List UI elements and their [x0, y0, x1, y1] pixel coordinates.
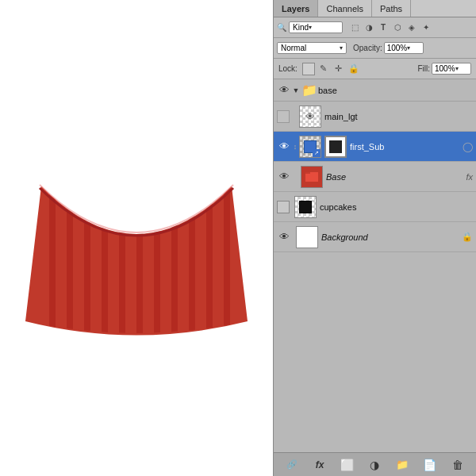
filter-row: 🔍 Kind ▾ ⬚ ◑ T ⬡ ◈ ✦ — [274, 17, 476, 38]
svg-rect-5 — [136, 182, 143, 349]
filter-pixel-icon[interactable]: ⬚ — [348, 21, 361, 34]
mask-inner-first-sub — [329, 140, 342, 153]
expand-arrow-base[interactable]: ▼ — [291, 86, 301, 95]
filter-label: 🔍 — [277, 23, 286, 32]
opacity-group: Opacity: 100% ▾ — [353, 42, 424, 54]
eye-icon-first-sub[interactable]: 👁 — [277, 140, 291, 154]
svg-rect-2 — [84, 182, 90, 349]
lock-icon-background: 🔒 — [462, 232, 473, 243]
svg-rect-7 — [171, 182, 178, 349]
layer-row-first-sub[interactable]: 👁 ↕ ↗ first_Sub ◯ — [274, 132, 476, 162]
fill-label: Fill: — [417, 64, 430, 73]
thumb-main-lgt: 👁 — [299, 106, 321, 128]
link-layers-icon[interactable]: 🔗 — [284, 457, 300, 473]
link-arrow-icon: ↕ — [291, 143, 299, 151]
layer-group-base[interactable]: 👁 ▼ 📁 base — [274, 79, 476, 102]
svg-rect-10 — [224, 182, 230, 349]
smart-obj-badge-icon: ↗ — [313, 149, 321, 157]
layer-name-first-sub: first_Sub — [350, 142, 462, 152]
eye-icon-background[interactable]: 👁 — [277, 230, 291, 244]
canvas-area — [0, 0, 273, 476]
layers-panel: Layers Channels Paths 🔍 Kind ▾ ⬚ ◑ T ⬡ ◈… — [273, 0, 476, 476]
eye-in-thumb-icon: 👁 — [305, 111, 315, 122]
svg-rect-4 — [119, 182, 125, 349]
add-adjustment-icon[interactable]: ◑ — [367, 457, 382, 473]
visibility-checkbox-cupcakes[interactable] — [277, 201, 290, 213]
fill-value-input[interactable]: 100% ▾ — [432, 63, 471, 75]
svg-rect-6 — [154, 182, 160, 349]
opacity-value-input[interactable]: 100% ▾ — [384, 42, 424, 54]
tab-layers[interactable]: Layers — [274, 0, 318, 17]
add-mask-icon[interactable]: ⬜ — [340, 457, 355, 473]
layer-row-main-lgt[interactable]: 👁 main_lgt — [274, 102, 476, 132]
vis-badge-first-sub: ◯ — [462, 141, 473, 152]
tabs-row: Layers Channels Paths — [274, 0, 476, 17]
layer-name-main-lgt: main_lgt — [324, 112, 473, 121]
layer-name-cupcakes: cupcakes — [320, 202, 473, 212]
cupcake-illustration — [17, 103, 255, 373]
lock-icons: ✎ ✛ 🔒 — [302, 63, 360, 75]
blend-row: Normal ▾ Opacity: 100% ▾ — [274, 38, 476, 59]
eye-icon-base[interactable]: 👁 — [277, 83, 291, 98]
delete-layer-icon[interactable]: 🗑 — [450, 457, 466, 473]
eye-icon-base-layer[interactable]: 👁 — [277, 170, 291, 184]
layers-bottom: 🔗 fx ⬜ ◑ 📁 📄 🗑 — [274, 452, 476, 476]
thumb-base-layer — [301, 166, 323, 188]
filter-smart-icon[interactable]: ◈ — [405, 21, 418, 34]
dropdown-arrow-icon: ▾ — [309, 24, 312, 31]
add-fx-icon[interactable]: fx — [312, 457, 328, 473]
folder-icon-base: 📁 — [301, 82, 318, 99]
svg-rect-3 — [102, 182, 108, 349]
fill-arrow-icon: ▾ — [455, 65, 459, 72]
fx-badge: fx — [466, 172, 473, 182]
layer-name-base: base — [318, 86, 473, 95]
filter-icons: ⬚ ◑ T ⬡ ◈ ✦ — [348, 21, 432, 34]
filter-type-icon[interactable]: T — [377, 21, 390, 34]
new-group-icon[interactable]: 📁 — [394, 457, 410, 473]
lock-transparent-checkbox[interactable] — [302, 63, 315, 75]
mask-first-sub — [324, 136, 347, 158]
thumb-background — [296, 226, 318, 248]
thumb-first-sub: ↗ — [299, 136, 321, 158]
filter-adjust-icon[interactable]: ◑ — [363, 21, 375, 34]
layer-name-background: Background — [321, 232, 462, 242]
lock-label: Lock: — [278, 64, 298, 73]
tab-channels[interactable]: Channels — [318, 0, 371, 17]
lock-paint-icon[interactable]: ✎ — [317, 63, 330, 75]
lock-row: Lock: ✎ ✛ 🔒 Fill: 100% ▾ — [274, 59, 476, 79]
layer-row-cupcakes[interactable]: cupcakes — [274, 192, 476, 222]
blend-mode-dropdown[interactable]: Normal ▾ — [277, 42, 347, 54]
opacity-label: Opacity: — [353, 44, 382, 52]
opacity-arrow-icon: ▾ — [407, 44, 410, 52]
svg-rect-8 — [189, 182, 195, 349]
filter-fx-icon[interactable]: ✦ — [420, 21, 432, 34]
eye-icon-main-lgt[interactable] — [277, 110, 290, 123]
layer-row-background[interactable]: 👁 Background 🔒 — [274, 222, 476, 252]
blend-dropdown-arrow-icon: ▾ — [340, 44, 343, 52]
tab-paths[interactable]: Paths — [372, 0, 411, 17]
thumb-cupcakes — [294, 196, 317, 218]
svg-rect-0 — [49, 182, 56, 349]
layer-name-base-layer: Base — [326, 172, 463, 182]
new-layer-icon[interactable]: 📄 — [422, 457, 438, 473]
lock-move-icon[interactable]: ✛ — [332, 63, 345, 75]
layer-row-base-layer[interactable]: 👁 Base fx — [274, 162, 476, 192]
filter-shape-icon[interactable]: ⬡ — [391, 21, 404, 34]
filter-kind-dropdown[interactable]: Kind ▾ — [289, 21, 343, 33]
fill-group: Fill: 100% ▾ — [417, 63, 471, 75]
cupcakes-thumb-inner — [299, 201, 312, 213]
layers-list: 👁 ▼ 📁 base 👁 main_lgt 👁 ↕ ↗ — [274, 79, 476, 452]
lock-all-icon[interactable]: 🔒 — [347, 63, 360, 75]
